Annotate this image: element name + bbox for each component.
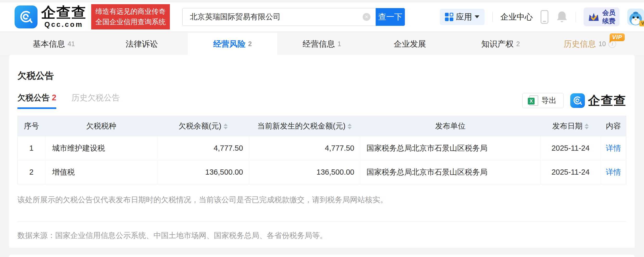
operational-risk-panel: 欠税公告 欠税公告2 历史欠税公告 导出 企查查	[9, 55, 635, 248]
tab-经营信息[interactable]: 经营信息 1	[277, 33, 367, 55]
column-header: 欠税税种	[45, 116, 157, 136]
crown-icon	[588, 11, 600, 22]
cell-issuer: 国家税务总局北京市石景山区税务局	[360, 160, 541, 184]
header-right-nav: 应用 企业中心 会员 续费	[440, 8, 644, 26]
qcc-watermark-icon	[570, 93, 585, 108]
cell-tax-type: 增值税	[45, 160, 157, 184]
cell-issuer: 国家税务总局北京市石景山区税务局	[360, 136, 541, 160]
search-box: ×	[182, 8, 376, 26]
column-header[interactable]: 发布日期	[541, 116, 601, 136]
tab-历史信息[interactable]: 历史信息 10 VIPi	[545, 33, 635, 55]
brand-domain: Qcc.com	[44, 21, 83, 29]
tab-label: 历史信息	[564, 39, 596, 50]
qcc-watermark: 企查查	[570, 93, 626, 109]
tab-count: 10	[599, 40, 606, 48]
mobile-app-icon[interactable]	[541, 10, 548, 24]
search-input[interactable]	[182, 8, 376, 26]
tax-arrears-table: 序号欠税税种欠税余额(元)当前新发生的欠税金额(元)发布单位发布日期内容 1 城…	[17, 116, 626, 184]
tab-label: 经营信息	[303, 39, 335, 50]
table-body: 1 城市维护建设税 4,777.50 4,777.50 国家税务总局北京市石景山…	[18, 136, 626, 184]
cell-balance: 4,777.50	[157, 136, 249, 160]
column-header: 内容	[601, 116, 626, 136]
notification-bell-icon[interactable]	[556, 10, 568, 23]
export-button[interactable]: 导出	[522, 93, 564, 108]
tab-知识产权[interactable]: 知识产权 2	[456, 33, 545, 55]
next-section-card-top	[9, 255, 635, 257]
brand-slogan: 缔造有远见的商业传奇 全国企业信用查询系统	[91, 4, 170, 29]
search-bar: × 查一下	[182, 8, 405, 26]
sort-icon[interactable]	[585, 124, 589, 129]
company-detail-tabbar: 基本信息 41 法律诉讼 经营风险 2 经营信息 1 企业发展 知识产权 2 历…	[0, 33, 644, 55]
vip-badge: VIP	[610, 33, 625, 41]
section-title: 欠税公告	[17, 55, 626, 82]
chevron-down-icon	[475, 15, 479, 18]
brand-logo[interactable]: 企查查 Qcc.com 缔造有远见的商业传奇 全国企业信用查询系统	[15, 4, 170, 29]
cell-new-amount: 4,777.50	[249, 136, 360, 160]
page: 企查查 Qcc.com 缔造有远见的商业传奇 全国企业信用查询系统 × 查一下 …	[0, 0, 644, 257]
tab-法律诉讼[interactable]: 法律诉讼	[98, 33, 188, 55]
divider	[17, 221, 626, 222]
top-header: 企查查 Qcc.com 缔造有远见的商业传奇 全国企业信用查询系统 × 查一下 …	[0, 2, 644, 31]
search-button[interactable]: 查一下	[376, 8, 405, 26]
avatar-vip-badge: V	[639, 21, 644, 26]
brand-name: 企查查	[41, 5, 86, 20]
slogan-line1: 缔造有远见的商业传奇	[95, 7, 166, 17]
detail-link[interactable]: 详情	[606, 168, 621, 176]
tab-企业发展[interactable]: 企业发展	[367, 33, 456, 55]
tab-label: 基本信息	[33, 39, 65, 50]
vip-renew-label: 会员 续费	[602, 9, 615, 25]
cell-publish-date: 2025-11-24	[541, 160, 601, 184]
tab-count: 41	[68, 40, 75, 48]
qcc-watermark-name: 企查查	[588, 93, 626, 109]
cell-index: 1	[18, 136, 45, 160]
cell-tax-type: 城市维护建设税	[45, 136, 157, 160]
clear-search-icon[interactable]: ×	[363, 13, 370, 21]
subtab-row: 欠税公告2 历史欠税公告 导出 企查查	[17, 92, 626, 109]
apps-grid-icon	[445, 13, 453, 21]
tab-count: 2	[516, 40, 520, 48]
sort-icon[interactable]	[224, 124, 228, 129]
tab-label: 知识产权	[481, 39, 514, 50]
column-header: 序号	[18, 116, 45, 136]
table-header-row: 序号欠税税种欠税余额(元)当前新发生的欠税金额(元)发布单位发布日期内容	[18, 116, 626, 136]
tab-label: 法律诉讼	[126, 39, 158, 50]
data-source-note: 数据来源：国家企业信用信息公示系统、中国土地市场网、国家税务总局、各省份税务局等…	[17, 230, 626, 241]
subtabs: 欠税公告2 历史欠税公告	[17, 92, 120, 109]
detail-link[interactable]: 详情	[606, 144, 621, 152]
slogan-line2: 全国企业信用查询系统	[95, 17, 166, 27]
cell-balance: 136,500.00	[157, 160, 249, 184]
tab-label: 经营风险	[213, 39, 246, 50]
subtab-历史欠税公告[interactable]: 历史欠税公告	[71, 92, 120, 109]
table-actions: 导出 企查查	[522, 93, 626, 109]
tab-label: 企业发展	[394, 39, 426, 50]
tab-基本信息[interactable]: 基本信息 41	[9, 33, 98, 55]
column-header[interactable]: 当前新发生的欠税金额(元)	[249, 116, 360, 136]
cell-publish-date: 2025-11-24	[541, 136, 601, 160]
tab-count: 2	[248, 40, 252, 48]
tab-经营风险[interactable]: 经营风险 2	[188, 33, 277, 55]
apps-label: 应用	[456, 11, 472, 22]
enterprise-center-link[interactable]: 企业中心	[500, 11, 533, 22]
subtab-欠税公告[interactable]: 欠税公告2	[17, 92, 56, 109]
column-header: 发布单位	[360, 116, 541, 136]
cell-new-amount: 136,500.00	[249, 160, 360, 184]
vip-renew-button[interactable]: 会员 续费	[584, 8, 620, 26]
divider	[575, 12, 576, 22]
cell-index: 2	[18, 160, 45, 184]
divider	[492, 12, 493, 22]
user-avatar[interactable]: V	[627, 9, 644, 25]
qcc-logo-icon	[15, 5, 38, 28]
cell-content: 详情	[601, 136, 626, 160]
apps-menu-button[interactable]: 应用	[440, 9, 485, 25]
tab-count: 1	[338, 40, 341, 48]
column-header[interactable]: 欠税余额(元)	[157, 116, 249, 136]
sort-icon[interactable]	[348, 124, 352, 129]
export-label: 导出	[541, 95, 556, 106]
cell-content: 详情	[601, 160, 626, 184]
excel-icon	[529, 95, 538, 106]
brand-text: 企查查 Qcc.com	[41, 5, 86, 29]
disclaimer-note: 该处所展示的欠税公告仅代表发布日期时的欠税情况，当前该公司是否已完成税款缴交，请…	[17, 195, 626, 205]
table-row: 1 城市维护建设税 4,777.50 4,777.50 国家税务总局北京市石景山…	[18, 136, 626, 160]
table-row: 2 增值税 136,500.00 136,500.00 国家税务总局北京市石景山…	[18, 160, 626, 184]
